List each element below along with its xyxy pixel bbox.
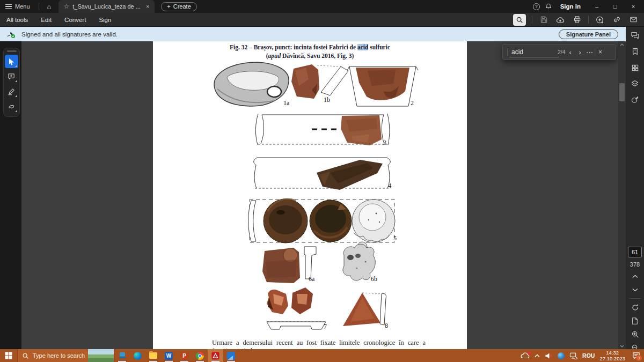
tray-expand-button[interactable] (535, 354, 540, 358)
scrollbar-thumb[interactable] (619, 83, 625, 101)
zoom-in-icon (631, 330, 639, 338)
zoom-in-button[interactable] (630, 329, 640, 339)
bookmarks-panel-button[interactable] (630, 47, 640, 56)
share-upload-button[interactable] (555, 14, 566, 25)
find-results-count: 2/4 (558, 49, 566, 55)
close-button[interactable]: × (626, 0, 641, 13)
language-indicator[interactable]: ROU (582, 352, 595, 359)
input-underline (509, 57, 559, 57)
print-button[interactable] (572, 14, 582, 25)
file-explorer-icon (149, 352, 157, 359)
signatures-panel-button[interactable] (630, 95, 640, 105)
select-tool-button[interactable] (5, 55, 18, 68)
printer-icon (573, 16, 581, 24)
powerpoint-icon: P (180, 352, 188, 360)
create-label: Create (173, 3, 191, 10)
svg-text:1b: 1b (324, 96, 330, 104)
taskbar-app-device[interactable] (114, 349, 130, 362)
thumbnails-grid-icon (631, 64, 639, 72)
page-thumbnails-button[interactable] (630, 63, 640, 72)
create-button[interactable]: + Create (161, 2, 196, 11)
onedrive-tray-button[interactable] (521, 352, 530, 359)
page-fit-button[interactable] (630, 316, 640, 326)
document-tab[interactable]: ☆ t_Savu_Lucica_teza de ... × (58, 0, 155, 13)
cursor-icon (8, 58, 15, 65)
taskbar-clock[interactable]: 14:32 27.10.2023 (599, 350, 625, 361)
page-number-input[interactable]: 61 (628, 247, 642, 257)
scroll-down-button[interactable] (618, 343, 626, 349)
toolbar-item-edit[interactable]: Edit (41, 17, 52, 23)
scroll-up-button[interactable] (618, 41, 626, 48)
comment-tool-button[interactable] (5, 70, 18, 83)
taskbar-app-word[interactable]: W (161, 349, 177, 362)
notifications-button[interactable] (543, 1, 554, 12)
comments-panel-button[interactable] (630, 31, 640, 40)
lasso-icon (8, 102, 16, 110)
ai-assistant-icon (596, 16, 604, 24)
rotate-page-button[interactable] (630, 302, 640, 312)
sherd-6a: 6a (262, 247, 316, 283)
signature-stamp-icon (631, 95, 639, 104)
layers-panel-button[interactable] (630, 79, 640, 88)
bookmark-icon (631, 47, 639, 56)
taskbar-app-acrobat[interactable] (208, 349, 223, 362)
next-page-button[interactable] (630, 285, 640, 294)
save-button[interactable] (538, 14, 549, 25)
highlight-tool-button[interactable] (5, 85, 18, 98)
taskbar-search-box[interactable]: Type here to search (17, 349, 114, 362)
menu-icon (5, 4, 12, 9)
maximize-button[interactable]: □ (608, 0, 623, 13)
start-button[interactable] (0, 349, 17, 362)
find-next-button[interactable]: › (575, 48, 585, 56)
link-button[interactable] (611, 14, 622, 25)
previous-page-button[interactable] (630, 271, 640, 281)
chevron-up-icon (632, 275, 638, 278)
rotate-icon (631, 304, 639, 312)
search-highlight-thumbnail[interactable] (88, 349, 114, 362)
layers-icon (631, 79, 639, 88)
tab-close-icon[interactable]: × (146, 3, 149, 10)
star-icon[interactable]: ☆ (64, 3, 70, 10)
sherds-7: 7 (267, 287, 327, 330)
taskbar-app-powerpoint[interactable]: P (177, 349, 192, 362)
svg-text:6a: 6a (309, 275, 315, 283)
find-input[interactable]: acid (511, 48, 557, 56)
taskbar-app-explorer[interactable] (145, 349, 161, 362)
taskbar-app-edge[interactable] (130, 349, 145, 362)
toolbar-item-sign[interactable]: Sign (99, 17, 111, 23)
email-button[interactable] (628, 14, 639, 25)
scrollbar-track[interactable] (618, 41, 626, 349)
action-center-button[interactable]: 3 (630, 349, 642, 362)
find-close-button[interactable]: × (595, 48, 606, 56)
right-tool-rail: 61 378 (626, 27, 644, 349)
search-highlight: acid (357, 44, 368, 50)
sign-in-button[interactable]: Sign in (560, 3, 581, 10)
draw-tool-button[interactable] (5, 100, 18, 113)
acrobat-icon (211, 352, 219, 360)
toolbar-item-all-tools[interactable]: All tools (6, 17, 28, 23)
page-fit-icon (631, 317, 639, 325)
ai-assistant-button[interactable] (595, 14, 605, 25)
signature-panel-button[interactable]: Signature Panel (559, 29, 618, 39)
clock-time: 14:32 (599, 350, 625, 356)
taskbar-app-photos[interactable] (223, 349, 239, 362)
home-button[interactable]: ⌂ (42, 0, 56, 13)
title-bar: Menu ⌂ ☆ t_Savu_Lucica_teza de ... × + C… (0, 0, 644, 13)
divider (588, 16, 589, 24)
volume-muted-button[interactable] (545, 352, 553, 359)
find-previous-button[interactable]: ‹ (566, 48, 575, 56)
network-tray-button[interactable] (569, 352, 577, 359)
minimize-button[interactable]: – (589, 0, 604, 13)
search-tool-button[interactable] (513, 14, 526, 26)
menu-button[interactable]: Menu (0, 0, 35, 13)
taskbar-app-chrome[interactable] (192, 349, 208, 362)
system-tray: ROU 14:32 27.10.2023 3 (521, 349, 644, 362)
search-icon (516, 16, 523, 24)
drag-handle[interactable] (7, 50, 17, 52)
tray-app-icon[interactable] (558, 352, 565, 359)
signature-status-text: Signed and all signatures are valid. (21, 31, 118, 38)
figure-caption: Fig. 32 – Brașov, punct: incinta fostei … (153, 41, 467, 60)
help-button[interactable]: ? (533, 3, 540, 10)
find-more-button[interactable]: ⋯ (585, 48, 595, 56)
toolbar-item-convert[interactable]: Convert (64, 17, 86, 23)
